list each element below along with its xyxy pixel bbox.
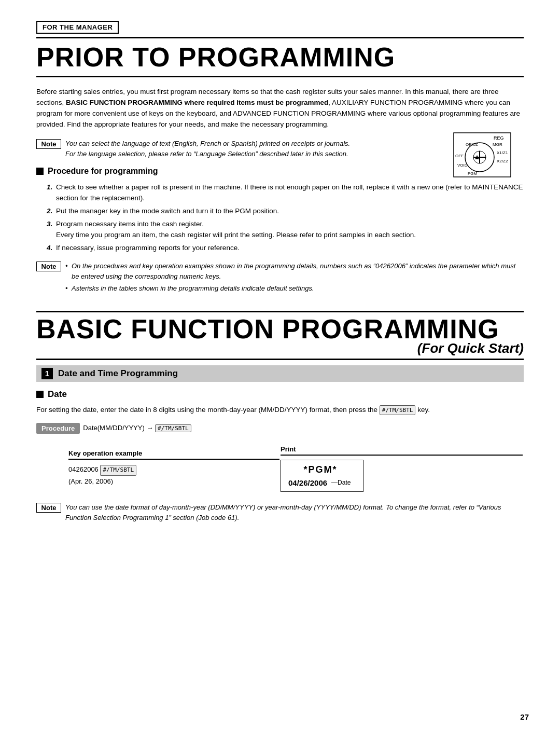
bfp-title: BASIC FUNCTION PROGRAMMING [36,311,524,342]
svg-text:OFF: OFF [455,154,464,158]
procedure-flow-text: Date(MM/DD/YYYY) → #/TM/SBTL [83,424,191,432]
note-box-2: Note On the procedures and key operation… [36,261,524,295]
page-number: 27 [520,712,529,721]
svg-text:X1/Z1: X1/Z1 [497,150,508,155]
print-header: Print [281,445,523,456]
step-2: 2. Put the manager key in the mode switc… [47,206,524,217]
note-label-3: Note [36,503,61,513]
svg-text:VOID: VOID [457,163,468,168]
step-4: 4. If necessary, issue programming repor… [47,243,524,254]
print-box: *PGM* 04/26/2006 —Date [281,460,363,492]
svg-text:PGM: PGM [468,171,478,176]
note-content-2: On the procedures and key operation exam… [65,261,524,295]
key-badge-tmsbtl-inline: #/TM/SBTL [380,405,416,415]
note-label-1: Note [36,139,61,149]
key-badge-example: #/TM/SBTL [100,465,136,476]
manager-badge: FOR THE MANAGER [36,21,524,37]
svg-text:OPX/Z: OPX/Z [466,142,478,147]
intro-paragraph: Before starting sales entries, you must … [36,87,524,130]
step-3: 3. Program necessary items into the cash… [47,219,524,241]
section-bar-title-1: Date and Time Programming [58,368,178,379]
note-content-3: You can use the date format of day-month… [65,502,524,523]
note-label-2: Note [36,262,61,271]
date-line: 04/26/2006 —Date [288,478,353,487]
pgm-line: *PGM* [288,464,353,475]
black-square-icon-2 [36,391,44,398]
note2-bullet-1: On the procedures and key operation exam… [65,261,524,282]
procedure-flow: Procedure Date(MM/DD/YYYY) → #/TM/SBTL [36,423,524,434]
key-op-content: 04262006 #/TM/SBTL (Apr. 26, 2006) [68,464,279,487]
date-description: For setting the date, enter the date in … [36,405,524,416]
note2-bullet-2: Asterisks in the tables shown in the pro… [65,283,524,294]
main-title: PRIOR TO PROGRAMMING [36,37,524,77]
key-badge-tmsbtl-proc: #/TM/SBTL [155,424,191,432]
key-diagram: REG OPX/Z MGR OFF X1/Z1 VOID X2/Z2 PGM [451,130,513,181]
key-op-col: Key operation example 04262006 #/TM/SBTL… [37,445,279,492]
svg-text:X2/Z2: X2/Z2 [497,159,508,163]
procedure-label: Procedure [36,423,80,434]
step-1: 1. Check to see whether a paper roll is … [47,182,524,204]
date-heading: Date [36,389,524,400]
black-square-icon [36,168,44,175]
section-number-1: 1 [41,368,53,379]
note-box-3: Note You can use the date format of day-… [36,502,524,523]
note-content-1: You can select the language of text (Eng… [65,139,350,159]
example-table: Key operation example 04262006 #/TM/SBTL… [36,444,524,493]
bfp-section: BASIC FUNCTION PROGRAMMING (For Quick St… [36,311,524,360]
note-box-1: Note You can select the language of text… [36,139,524,159]
svg-text:REG: REG [494,135,504,141]
date-arrow-label: —Date [331,479,351,486]
arrow-icon: → [146,424,155,432]
section-bar-1: 1 Date and Time Programming [36,365,524,382]
print-col: Print *PGM* 04/26/2006 —Date [281,445,523,492]
steps-list: 1. Check to see whether a paper roll is … [47,182,524,254]
procedure-heading: Procedure for programming [36,167,524,176]
key-op-header: Key operation example [68,449,279,460]
svg-text:MGR: MGR [493,142,502,147]
